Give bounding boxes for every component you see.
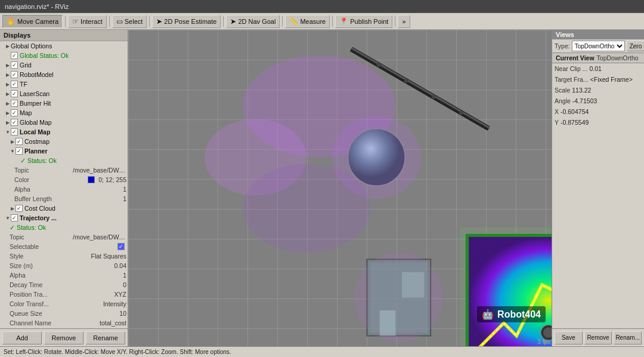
cb-selectable[interactable] xyxy=(117,243,125,250)
move-camera-button[interactable]: ✋ Move Camera xyxy=(2,15,63,28)
publish-point-button[interactable]: 📍 Publish Point xyxy=(335,15,392,28)
cb-global-map[interactable] xyxy=(11,119,18,126)
tree-item-color-transform[interactable]: Color Transf... Intensity xyxy=(0,299,128,309)
tree-item-local-map[interactable]: ▼ Local Map xyxy=(0,127,128,137)
toolbar-separator-2 xyxy=(109,16,110,27)
measure-icon: 📏 xyxy=(289,17,298,26)
toolbar-separator-7 xyxy=(395,16,395,27)
views-rename-button[interactable]: Renam... xyxy=(614,331,642,344)
tree-item-selectable[interactable]: Selectable xyxy=(0,242,128,251)
views-prop-angle: Angle -4.71503 xyxy=(552,96,644,106)
rename-button[interactable]: Rename xyxy=(86,331,125,344)
arrow-tf: ▶ xyxy=(5,81,11,87)
tree-item-map[interactable]: ▶ Map xyxy=(0,108,128,118)
tree-item-traj-alpha[interactable]: Alpha 1 xyxy=(0,270,128,280)
cb-planner[interactable] xyxy=(16,147,23,155)
tree-item-grid[interactable]: ▶ Grid xyxy=(0,60,128,70)
add-button[interactable]: Add xyxy=(2,331,42,344)
views-prop-near-clip: Near Clip ... 0.01 xyxy=(552,63,644,74)
tree-item-bumper-hit[interactable]: ▶ Bumper Hit xyxy=(0,99,128,108)
select-button[interactable]: ▭ Select xyxy=(112,15,147,28)
toolbar: ✋ Move Camera ☞ Interact ▭ Select ➤ 2D P… xyxy=(0,13,644,30)
left-panel-buttons: Add Remove Rename xyxy=(0,328,128,346)
toolbar-separator-3 xyxy=(149,16,150,27)
cb-grid[interactable] xyxy=(11,61,18,69)
interact-button[interactable]: ☞ Interact xyxy=(68,15,107,28)
tree-item-global-status[interactable]: Global Status: Ok xyxy=(0,51,128,60)
displays-header: Displays xyxy=(0,30,128,41)
cb-robotmodel[interactable] xyxy=(11,71,18,78)
views-type-select[interactable]: TopDownOrtho xyxy=(572,41,625,51)
tree-item-trajectory-topic[interactable]: Topic /move_base/DWAPla... xyxy=(0,232,128,242)
planner-color-swatch xyxy=(88,176,95,183)
cb-map[interactable] xyxy=(11,109,18,116)
arrow-laserscan: ▶ xyxy=(5,91,11,97)
cb-trajectory[interactable] xyxy=(11,214,18,221)
views-save-button[interactable]: Save xyxy=(555,331,583,344)
arrow-global-options: ▶ xyxy=(5,43,11,49)
tree-item-laserscan[interactable]: ▶ LaserScan xyxy=(0,89,128,99)
pose-estimate-icon: ➤ xyxy=(156,17,162,26)
views-prop-x: X -0.604754 xyxy=(552,106,644,117)
tree-item-trajectory[interactable]: ▼ Trajectory ... xyxy=(0,213,128,223)
tree-item-planner-topic[interactable]: Topic /move_base/DWAPla... xyxy=(0,165,128,175)
interact-icon: ☞ xyxy=(72,17,79,26)
views-prop-scale: Scale 113.22 xyxy=(552,85,644,96)
cb-costmap[interactable] xyxy=(16,138,23,145)
watermark-text: Robot404 xyxy=(497,309,541,320)
title-text: navigation.rviz* - RViz xyxy=(5,3,69,10)
arrow-grid: ▶ xyxy=(5,62,11,68)
current-view-header: Current View TopDownOrtho xyxy=(552,53,644,63)
tree-item-decay-time[interactable]: Decay Time 0 xyxy=(0,280,128,290)
tree-item-costmap[interactable]: ▶ Costmap xyxy=(0,137,128,146)
measure-button[interactable]: 📏 Measure xyxy=(285,15,330,28)
tree-item-cost-cloud[interactable]: ▶ Cost Cloud xyxy=(0,204,128,213)
cb-tf[interactable] xyxy=(11,81,18,88)
titlebar: navigation.rviz* - RViz xyxy=(0,0,644,13)
viewport[interactable]: 🤖 Robot404 3 fps xyxy=(128,30,552,346)
tree-item-queue-size[interactable]: Queue Size 10 xyxy=(0,309,128,318)
cb-laserscan[interactable] xyxy=(11,90,18,97)
arrow-local-map: ▼ xyxy=(5,129,11,135)
tree-item-style[interactable]: Style Flat Squares xyxy=(0,251,128,261)
tree-item-planner-alpha[interactable]: Alpha 1 xyxy=(0,184,128,194)
cb-bumper-hit[interactable] xyxy=(11,100,18,107)
tree-item-planner-buffer[interactable]: Buffer Length 1 xyxy=(0,194,128,204)
right-panel: Views Type: TopDownOrtho Zero Current Vi… xyxy=(552,30,644,346)
toolbar-separator-6 xyxy=(332,16,333,27)
move-camera-icon: ✋ xyxy=(7,17,16,26)
left-panel: Displays ▶ Global Options Global Status:… xyxy=(0,30,128,346)
tree-item-planner-status[interactable]: ✓ Status: Ok xyxy=(0,156,128,165)
views-remove-button[interactable]: Remove xyxy=(584,331,612,344)
arrow-robotmodel: ▶ xyxy=(5,72,11,78)
displays-tree[interactable]: ▶ Global Options Global Status: Ok ▶ Gri… xyxy=(0,41,128,328)
svg-point-11 xyxy=(332,116,421,199)
watermark-icon: 🤖 xyxy=(482,309,494,320)
tree-item-tf[interactable]: ▶ TF xyxy=(0,79,128,89)
tree-item-channel-name[interactable]: Channel Name total_cost xyxy=(0,318,128,328)
tree-item-planner-color[interactable]: Color 0; 12; 255 xyxy=(0,175,128,184)
remove-button[interactable]: Remove xyxy=(44,331,83,344)
cb-local-map[interactable] xyxy=(11,128,18,136)
nav-goal-button[interactable]: ➤ 2D Nav Goal xyxy=(226,15,280,28)
pose-estimate-button[interactable]: ➤ 2D Pose Estimate xyxy=(152,15,221,28)
watermark: 🤖 Robot404 xyxy=(477,306,546,322)
arrow-planner: ▼ xyxy=(10,148,16,154)
tree-item-planner[interactable]: ▼ Planner xyxy=(0,146,128,156)
arrow-map: ▶ xyxy=(5,110,11,116)
cb-global-status[interactable] xyxy=(11,52,18,59)
fps-badge: 3 fps xyxy=(537,338,550,345)
toolbar-separator-4 xyxy=(223,16,224,27)
views-header: Views xyxy=(552,30,644,39)
tree-item-position-transform[interactable]: Position Tra... XYZ xyxy=(0,290,128,299)
views-zero-button[interactable]: Zero xyxy=(627,41,644,51)
arrow-trajectory: ▼ xyxy=(5,215,11,221)
tree-item-size[interactable]: Size (m) 0.04 xyxy=(0,261,128,270)
tree-item-global-map[interactable]: ▶ Global Map xyxy=(0,118,128,127)
tree-item-robotmodel[interactable]: ▶ RobotModel xyxy=(0,70,128,79)
extra-button[interactable]: » xyxy=(398,15,410,28)
right-panel-buttons: Save Remove Renam... xyxy=(552,328,644,346)
tree-item-global-options[interactable]: ▶ Global Options xyxy=(0,41,128,51)
tree-item-trajectory-status[interactable]: ✓ Status: Ok xyxy=(0,223,128,232)
cb-cost-cloud[interactable] xyxy=(16,205,23,212)
